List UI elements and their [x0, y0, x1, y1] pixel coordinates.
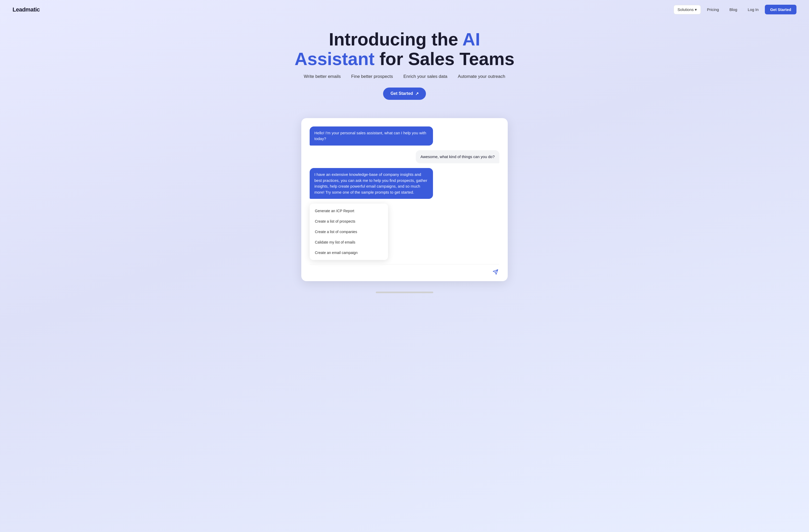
- suggestion-prospects[interactable]: Create a list of prospects: [310, 216, 388, 226]
- hero-title: Introducing the AI Assistant for Sales T…: [5, 30, 804, 69]
- hero-title-ai: AI: [463, 29, 480, 49]
- hero-section: Introducing the AI Assistant for Sales T…: [0, 19, 809, 105]
- user-message-1: Awesome, what kind of things can you do?: [416, 150, 499, 164]
- hero-subtitle: Write better emails Fine better prospect…: [5, 74, 804, 79]
- nav-links: Solutions ▾ Pricing Blog Log In Get Star…: [674, 5, 796, 14]
- hero-subtitle-item-3: Enrich your sales data: [403, 74, 447, 79]
- hero-title-assistant: Assistant: [294, 49, 375, 69]
- nav-get-started-button[interactable]: Get Started: [765, 5, 796, 14]
- suggestion-validate-emails[interactable]: Calidate my list of emails: [310, 237, 388, 247]
- suggestion-icp-report[interactable]: Generate an ICP Report: [310, 206, 388, 216]
- suggestions-popup: Generate an ICP Report Create a list of …: [310, 204, 388, 260]
- hero-title-rest: for Sales Teams: [375, 49, 514, 69]
- chevron-down-icon: ▾: [695, 7, 697, 12]
- scrollbar[interactable]: [376, 292, 433, 293]
- hero-title-part1: Introducing the: [329, 29, 462, 49]
- hero-subtitle-item-4: Automate your outreach: [458, 74, 505, 79]
- hero-get-started-button[interactable]: Get Started ↗: [383, 88, 426, 100]
- hero-subtitle-item-1: Write better emails: [304, 74, 341, 79]
- send-button[interactable]: [492, 268, 499, 276]
- ai-message-1: Hello! I'm your personal sales assistant…: [310, 126, 433, 145]
- nav-login-button[interactable]: Log In: [743, 5, 763, 14]
- chat-input-area: [310, 264, 499, 276]
- navbar: Leadmatic Solutions ▾ Pricing Blog Log I…: [0, 0, 809, 19]
- nav-blog-button[interactable]: Blog: [725, 5, 741, 14]
- arrow-icon: ↗: [415, 91, 419, 96]
- send-icon: [493, 269, 498, 275]
- logo: Leadmatic: [13, 6, 40, 13]
- nav-solutions-button[interactable]: Solutions ▾: [674, 5, 701, 14]
- suggestion-email-campaign[interactable]: Create an email campaign: [310, 247, 388, 258]
- suggestion-companies[interactable]: Create a list of companies: [310, 226, 388, 237]
- chat-messages: Hello! I'm your personal sales assistant…: [310, 126, 499, 199]
- nav-pricing-button[interactable]: Pricing: [703, 5, 723, 14]
- chat-widget: Hello! I'm your personal sales assistant…: [301, 118, 508, 281]
- ai-message-2: I have an extensive knowledge-base of co…: [310, 168, 433, 199]
- chat-input[interactable]: [310, 270, 492, 274]
- hero-subtitle-item-2: Fine better prospects: [351, 74, 393, 79]
